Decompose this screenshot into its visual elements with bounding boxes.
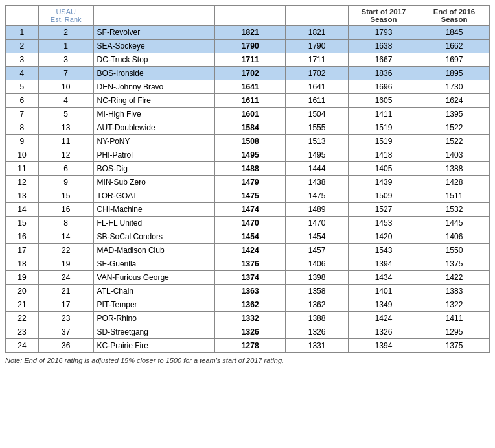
table-row: 1315TOR-GOAT1475147515091511 — [6, 189, 490, 203]
table-row: 2436KC-Prairie Fire1278133113941375 — [6, 339, 490, 353]
table-note: Note: End of 2016 rating is adjusted 15%… — [5, 357, 490, 364]
table-row: 1416CHI-Machine1474148915271532 — [6, 203, 490, 217]
table-row: 2021ATL-Chain1363135814011383 — [6, 285, 490, 298]
table-row: 1924VAN-Furious George1374139814341422 — [6, 271, 490, 285]
table-row: 2223POR-Rhino1332138814241411 — [6, 312, 490, 325]
table-row: 33DC-Truck Stop1711171116671697 — [6, 53, 490, 67]
table-row: 1012PHI-Patrol1495149514181403 — [6, 148, 490, 162]
header-date1 — [215, 6, 286, 26]
table-row: 75MI-High Five1601150414111395 — [6, 108, 490, 121]
table-row: 12SF-Revolver1821182117931845 — [6, 26, 490, 40]
table-row: 1614SB-SoCal Condors1454145414201406 — [6, 230, 490, 244]
table-row: 1819SF-Guerilla1376140613941375 — [6, 257, 490, 271]
table-row: 129MIN-Sub Zero1479143814391428 — [6, 176, 490, 189]
header-start2017: Start of 2017Season — [349, 6, 419, 26]
rankings-table: USAUEst. Rank Start of 2017Season End of… — [5, 5, 490, 353]
table-row: 47BOS-Ironside1702170218361895 — [6, 67, 490, 80]
table-row: 1722MAD-Madison Club1424145715431550 — [6, 244, 490, 257]
header-usau: USAUEst. Rank — [38, 6, 93, 26]
table-row: 510DEN-Johnny Bravo1641164116961730 — [6, 80, 490, 94]
table-row: 64NC-Ring of Fire1611161116051624 — [6, 94, 490, 108]
table-row: 813AUT-Doublewide1584155515191522 — [6, 121, 490, 135]
header-rank — [6, 6, 39, 26]
header-date2 — [286, 6, 349, 26]
table-row: 2337SD-Streetgang1326132613261295 — [6, 325, 490, 339]
table-row: 158FL-FL United1470147014531445 — [6, 217, 490, 230]
table-row: 911NY-PoNY1508151315191522 — [6, 135, 490, 148]
table-row: 21SEA-Sockeye1790179016381662 — [6, 40, 490, 53]
table-row: 116BOS-Dig1488144414051388 — [6, 162, 490, 176]
header-end2016: End of 2016Season — [419, 6, 489, 26]
header-team — [93, 6, 215, 26]
table-row: 2117PIT-Temper1362136213491322 — [6, 298, 490, 312]
